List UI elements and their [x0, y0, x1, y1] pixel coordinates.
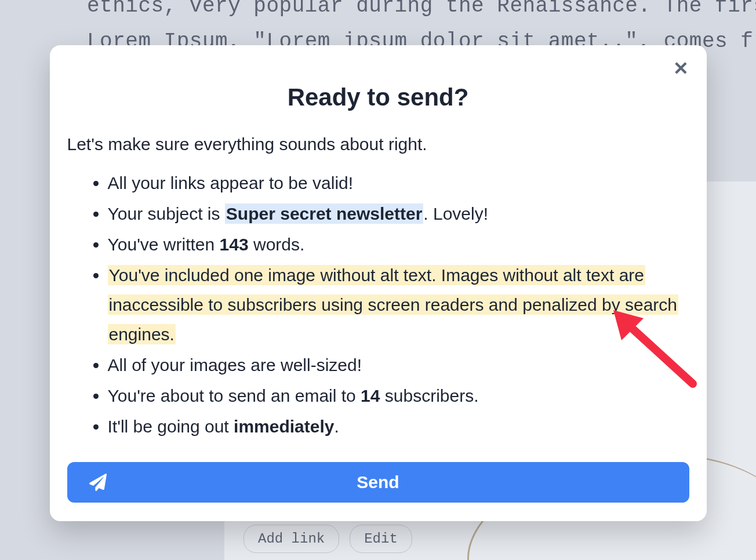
checklist: All your links appear to be valid! Your … [67, 168, 689, 441]
close-button[interactable]: ✕ [671, 58, 692, 79]
modal-intro-text: Let's make sure everything sounds about … [67, 134, 689, 154]
check-item-links: All your links appear to be valid! [108, 168, 689, 198]
modal-title: Ready to send? [67, 83, 689, 111]
alt-text-warning: You've included one image without alt te… [108, 265, 679, 344]
modal-backdrop: ✕ Ready to send? Let's make sure everyth… [0, 0, 756, 560]
check-item-words: You've written 143 words. [108, 230, 689, 259]
send-button[interactable]: Send [67, 462, 689, 503]
close-icon: ✕ [673, 57, 689, 79]
word-count: 143 [220, 235, 249, 254]
check-item-subject: Your subject is Super secret newsletter.… [108, 199, 689, 228]
check-item-schedule: It'll be going out immediately. [108, 412, 689, 441]
check-item-subscribers: You're about to send an email to 14 subs… [108, 381, 689, 410]
send-confirmation-modal: ✕ Ready to send? Let's make sure everyth… [50, 45, 707, 521]
check-item-alt-text-warning: You've included one image without alt te… [108, 260, 689, 349]
check-item-images-sized: All of your images are well-sized! [108, 350, 689, 380]
schedule-value: immediately [234, 417, 334, 436]
send-button-label: Send [357, 472, 399, 492]
paper-plane-icon [89, 474, 107, 491]
subject-value: Super secret newsletter [225, 203, 423, 224]
subscriber-count: 14 [361, 386, 380, 405]
